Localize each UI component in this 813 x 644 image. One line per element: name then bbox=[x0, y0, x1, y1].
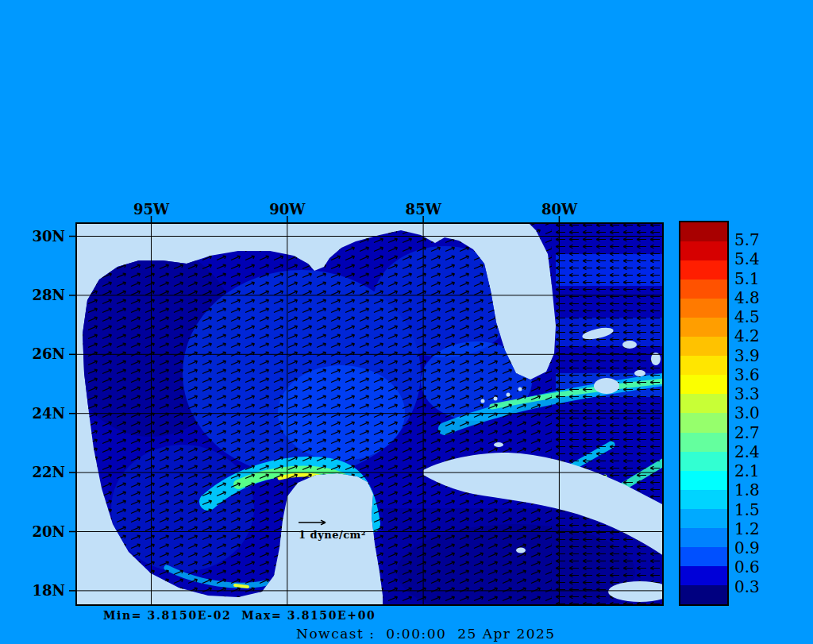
colorbar-band bbox=[680, 528, 727, 547]
colorbar-tick-label: 4.2 bbox=[734, 326, 790, 345]
colorbar-band bbox=[680, 413, 727, 432]
latitude-tick-label: 28N bbox=[21, 265, 68, 324]
colorbar-tick-label: 2.4 bbox=[734, 442, 790, 461]
colorbar-tick-label: 1.2 bbox=[734, 519, 790, 538]
colorbar-tick-label: 5.7 bbox=[734, 230, 790, 249]
latitude-axis-labels: 30N28N26N24N22N20N18N bbox=[21, 206, 68, 620]
florida-keys bbox=[494, 397, 498, 401]
colorbar-tick-label: 0.3 bbox=[734, 577, 790, 596]
bahamas-island-2 bbox=[634, 370, 645, 376]
colorbar-band bbox=[680, 394, 727, 413]
colorbar-band bbox=[680, 260, 727, 280]
jamaica bbox=[608, 581, 671, 602]
colorbar-band bbox=[680, 222, 727, 241]
colorbar-tick-label: 4.5 bbox=[734, 307, 790, 326]
colorbar-band bbox=[680, 356, 727, 375]
cayman-island bbox=[516, 548, 526, 553]
latitude-tick-label: 26N bbox=[21, 325, 68, 384]
latitude-tick-label: 30N bbox=[21, 206, 68, 265]
latitude-tick-label: 22N bbox=[21, 443, 68, 502]
colorbar-band bbox=[680, 280, 727, 299]
colorbar-labels: 5.75.45.14.84.54.23.93.63.33.02.72.42.11… bbox=[734, 230, 790, 596]
min-max-annotation: Min= 3.8150E-02 Max= 3.8150E+00 bbox=[103, 609, 376, 622]
longitude-tick-label: 90W bbox=[219, 200, 355, 219]
nowcast-plot-screen: 95W90W85W80W 30N28N26N24N22N20N18N 1 dyn… bbox=[0, 0, 813, 644]
colorbar-tick-label: 0.6 bbox=[734, 557, 790, 577]
florida-keys bbox=[518, 388, 522, 391]
colorbar-band bbox=[680, 509, 727, 528]
colorbar-band bbox=[680, 547, 727, 566]
colorbar bbox=[679, 221, 729, 606]
colorbar-band bbox=[680, 241, 727, 260]
isla-de-la-juventud bbox=[468, 469, 487, 484]
colorbar-tick-label: 4.8 bbox=[734, 288, 790, 307]
colorbar-band bbox=[680, 337, 727, 356]
colorbar-band bbox=[680, 490, 727, 509]
bahamas-bank-2 bbox=[594, 378, 619, 394]
latitude-tick-label: 18N bbox=[21, 561, 68, 619]
colorbar-band bbox=[680, 452, 727, 471]
reference-arrow-label: 1 dyne/cm² bbox=[299, 529, 366, 541]
longitude-tick-label: 95W bbox=[83, 200, 219, 219]
bahamas-island bbox=[622, 341, 637, 349]
longitude-tick-label: 85W bbox=[356, 200, 491, 219]
colorbar-tick-label: 5.4 bbox=[734, 249, 790, 268]
gulf-of-mexico-map bbox=[64, 210, 671, 611]
colorbar-tick-label: 2.7 bbox=[734, 423, 790, 442]
latitude-tick-label: 20N bbox=[21, 502, 68, 561]
latitude-tick-label: 24N bbox=[21, 384, 68, 442]
colorbar-band bbox=[680, 566, 727, 585]
colorbar-band bbox=[680, 433, 727, 452]
florida-keys bbox=[481, 399, 485, 403]
longitude-axis-labels: 95W90W85W80W bbox=[83, 200, 628, 219]
colorbar-tick-label: 5.1 bbox=[734, 269, 790, 288]
colorbar-band bbox=[680, 299, 727, 318]
colorbar-band bbox=[680, 375, 727, 394]
longitude-tick-label: 80W bbox=[491, 200, 627, 219]
colorbar-tick-label: 2.1 bbox=[734, 461, 790, 480]
colorbar-tick-label: 3.3 bbox=[734, 384, 790, 403]
colorbar-tick-label: 3.9 bbox=[734, 346, 790, 365]
cay bbox=[494, 442, 503, 447]
colorbar-band bbox=[680, 585, 727, 604]
colorbar-tick-label: 3.0 bbox=[734, 403, 790, 422]
colorbar-tick-label: 1.5 bbox=[734, 500, 790, 519]
colorbar-tick-label: 3.6 bbox=[734, 365, 790, 384]
colorbar-tick-label: 1.8 bbox=[734, 480, 790, 499]
florida-keys bbox=[507, 393, 511, 397]
colorbar-band bbox=[680, 318, 727, 337]
nowcast-timestamp: Nowcast : 0:00:00 25 Apr 2025 bbox=[296, 626, 556, 642]
colorbar-tick-label: 0.9 bbox=[734, 538, 790, 557]
colorbar-band bbox=[680, 471, 727, 490]
